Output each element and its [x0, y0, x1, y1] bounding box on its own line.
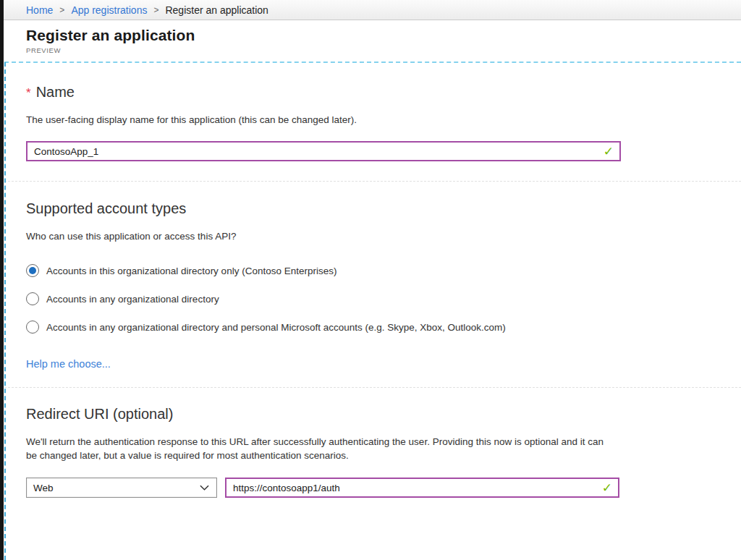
focus-outline-top: [4, 61, 741, 63]
chevron-down-icon: [200, 485, 209, 491]
radio-button-icon[interactable]: [26, 264, 39, 277]
section-divider: [4, 181, 741, 182]
radio-option-0[interactable]: Accounts in this organizational director…: [26, 264, 741, 277]
platform-type-dropdown[interactable]: Web: [26, 478, 217, 498]
chevron-right-icon: >: [59, 5, 64, 15]
focus-outline-left: [4, 62, 6, 560]
section-divider: [4, 387, 741, 388]
name-section-title: *Name: [26, 84, 741, 101]
radio-option-2[interactable]: Accounts in any organizational directory…: [26, 321, 741, 334]
name-description: The user-facing display name for this ap…: [26, 113, 741, 127]
redirect-uri-input[interactable]: [233, 483, 602, 493]
form-content: *Name The user-facing display name for t…: [0, 61, 741, 498]
account-type-radio-group: Accounts in this organizational director…: [26, 264, 741, 334]
name-section: *Name The user-facing display name for t…: [26, 84, 741, 161]
page-title: Register an application: [26, 27, 741, 44]
valid-checkmark-icon: [604, 145, 614, 158]
name-input[interactable]: [34, 146, 604, 157]
preview-badge: PREVIEW: [26, 46, 741, 54]
breadcrumb-app-registrations[interactable]: App registrations: [71, 4, 147, 16]
name-input-container: [26, 141, 621, 161]
help-me-choose-link[interactable]: Help me choose...: [26, 358, 111, 370]
left-edge-strip: [0, 0, 4, 560]
platform-type-selected: Web: [33, 483, 54, 493]
breadcrumb-home[interactable]: Home: [26, 4, 53, 16]
breadcrumb-current: Register an application: [165, 4, 268, 16]
page-header: Register an application PREVIEW: [0, 20, 741, 61]
radio-button-icon[interactable]: [26, 292, 39, 305]
register-application-page: Home > App registrations > Register an a…: [0, 0, 741, 560]
account-types-title: Supported account types: [26, 200, 741, 217]
account-types-section: Supported account types Who can use this…: [26, 200, 741, 370]
redirect-uri-title: Redirect URI (optional): [26, 406, 741, 423]
breadcrumb: Home > App registrations > Register an a…: [0, 0, 741, 20]
account-types-question: Who can use this application or access t…: [26, 229, 741, 243]
valid-checkmark-icon: [602, 482, 612, 494]
redirect-uri-section: Redirect URI (optional) We'll return the…: [26, 406, 741, 498]
redirect-uri-description: We'll return the authentication response…: [26, 435, 612, 462]
radio-button-icon[interactable]: [26, 321, 39, 334]
required-asterisk: *: [26, 86, 31, 100]
chevron-right-icon: >: [153, 5, 158, 15]
redirect-uri-input-container: [225, 478, 619, 498]
radio-option-1[interactable]: Accounts in any organizational directory: [26, 292, 741, 305]
redirect-uri-row: Web: [26, 478, 741, 498]
